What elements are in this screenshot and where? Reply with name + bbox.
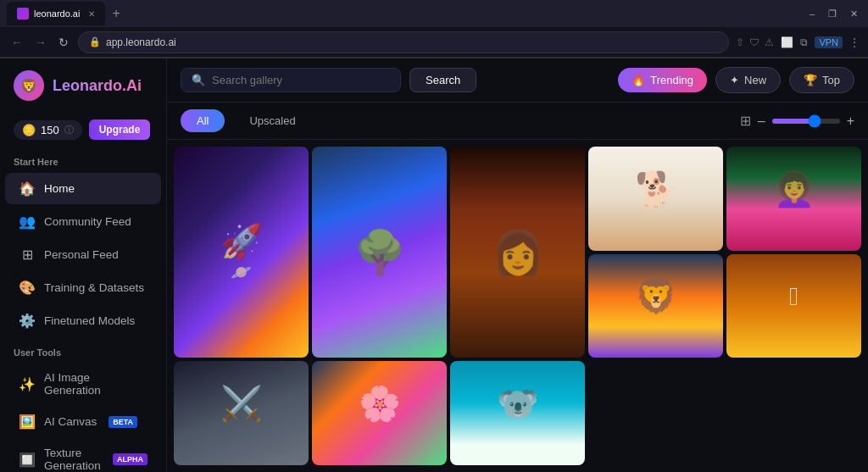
- card-expand-btn-5[interactable]: ⤢: [733, 153, 755, 175]
- sidebar-item-home[interactable]: 🏠 Home: [5, 173, 161, 204]
- sidebar-item-personal-feed[interactable]: ⊞ Personal Feed: [5, 239, 161, 270]
- card-expand-btn-7[interactable]: ⤢: [733, 261, 755, 283]
- back-btn[interactable]: ←: [8, 36, 25, 49]
- lock-icon: 🔒: [89, 36, 101, 47]
- filter-all-tab[interactable]: All: [181, 109, 225, 132]
- sidebar-logo: 🦁 Leonardo.Ai: [0, 58, 166, 113]
- image-card-1[interactable]: 🚀 🪐 ⤢ ✦ ⊞: [174, 147, 309, 358]
- logo-avatar: 🦁: [14, 70, 44, 101]
- image-card-2[interactable]: 🌳 ⤢ ✦ ⊞: [312, 147, 447, 358]
- sidebar-item-ai-canvas[interactable]: 🖼️ AI Canvas BETA: [5, 406, 161, 437]
- sidebar: 🦁 Leonardo.Ai 🪙 150 ⓘ Upgrade Start Here…: [0, 58, 167, 472]
- sidebar-item-texture-generation[interactable]: 🔲 Texture Generation ALPHA: [5, 439, 161, 472]
- filter-upscaled-tab[interactable]: Upscaled: [233, 109, 311, 132]
- image-card-4[interactable]: 🐕 ⤢ ✦: [588, 147, 723, 251]
- credits-coin-icon: 🪙: [22, 124, 36, 136]
- card-magic-btn-8[interactable]: ✦: [208, 368, 230, 390]
- reload-btn[interactable]: ↻: [56, 36, 71, 49]
- logo-text: Leonardo.Ai: [53, 77, 142, 95]
- ai-canvas-icon: 🖼️: [19, 414, 36, 430]
- sidebar-item-finetuned-models[interactable]: ⚙️ Finetuned Models: [5, 305, 161, 336]
- menu-icon[interactable]: ⋮: [849, 36, 860, 48]
- image-card-9[interactable]: 🌸 ⤢ ✦: [312, 361, 447, 465]
- tab-close-btn[interactable]: ✕: [88, 9, 95, 19]
- shield-icon[interactable]: 🛡: [749, 36, 760, 48]
- card-magic-btn-10[interactable]: ✦: [484, 368, 506, 390]
- filter-bar: All Upscaled ⊞ – +: [167, 103, 868, 140]
- upgrade-button[interactable]: Upgrade: [89, 119, 151, 140]
- card-magic-btn-2[interactable]: ✦: [346, 153, 368, 175]
- active-tab[interactable]: leonardo.ai ✕: [7, 2, 105, 25]
- card-magic-btn-7[interactable]: ✦: [760, 261, 782, 283]
- grid-size-slider[interactable]: [772, 119, 840, 124]
- share-icon[interactable]: ⇧: [736, 36, 744, 48]
- extensions-icon[interactable]: ⧉: [800, 36, 808, 48]
- image-grid: 🚀 🪐 ⤢ ✦ ⊞ 🌳 ⤢: [167, 140, 868, 472]
- sidebar-credits: 🪙 150 ⓘ Upgrade: [0, 113, 166, 147]
- card-expand-btn-4[interactable]: ⤢: [595, 153, 617, 175]
- toolbar-icons: ⬜ ⧉ VPN ⋮: [781, 36, 860, 48]
- card-magic-btn-3[interactable]: ✦: [484, 153, 506, 175]
- search-input[interactable]: [212, 74, 390, 86]
- card-expand-btn-8[interactable]: ⤢: [181, 368, 203, 390]
- card-magic-btn-1[interactable]: ✦: [208, 153, 230, 175]
- minimize-btn[interactable]: –: [806, 8, 818, 19]
- new-icon: ✦: [730, 74, 739, 86]
- forward-btn[interactable]: →: [32, 36, 49, 49]
- card-expand-btn-3[interactable]: ⤢: [457, 153, 479, 175]
- tab-title: leonardo.ai: [34, 8, 80, 19]
- grid-view-icon[interactable]: ⊞: [740, 113, 751, 129]
- close-btn[interactable]: ✕: [847, 8, 861, 19]
- card-magic-btn-6[interactable]: ✦: [622, 261, 644, 283]
- card-expand-btn-1[interactable]: ⤢: [181, 153, 203, 175]
- card-magic-btn-9[interactable]: ✦: [346, 368, 368, 390]
- trending-button[interactable]: 🔥 Trending: [618, 68, 707, 92]
- trending-fire-icon: 🔥: [632, 74, 645, 86]
- window-controls: – ❐ ✕: [806, 8, 861, 19]
- top-label: Top: [822, 74, 840, 86]
- image-card-10[interactable]: 🐨 ⤢ ✦: [450, 361, 585, 465]
- search-button[interactable]: Search: [409, 68, 476, 92]
- sidebar-item-community-feed[interactable]: 👥 Community Feed: [5, 206, 161, 237]
- image-card-6[interactable]: 🦁 ⤢ ✦: [588, 254, 723, 358]
- ai-image-icon: ✨: [19, 376, 36, 392]
- sidebar-item-ai-image[interactable]: ✨ AI Image Generation: [5, 364, 161, 404]
- sidebar-item-training-datasets[interactable]: 🎨 Training & Datasets: [5, 272, 161, 303]
- warning-icon[interactable]: ⚠: [765, 36, 774, 48]
- url-bar[interactable]: 🔒 app.leonardo.ai: [78, 31, 729, 53]
- texture-icon: 🔲: [19, 452, 36, 468]
- top-button[interactable]: 🏆 Top: [789, 67, 854, 93]
- start-here-section-title: Start Here: [0, 147, 166, 172]
- new-tab-btn[interactable]: +: [108, 6, 123, 21]
- card-fullscreen-btn-3[interactable]: ⊞: [511, 153, 533, 175]
- finetuned-icon: ⚙️: [19, 313, 36, 329]
- card-fullscreen-btn-2[interactable]: ⊞: [373, 153, 395, 175]
- image-card-3[interactable]: 👩 ⤢ ✦ ⊞: [450, 147, 585, 358]
- image-card-7[interactable]: 𓂀 ⤢ ✦: [726, 254, 861, 358]
- grid-controls: ⊞ – +: [740, 113, 854, 129]
- card-expand-btn-6[interactable]: ⤢: [595, 261, 617, 283]
- image-card-8[interactable]: ⚔️ ⤢ ✦: [174, 361, 309, 465]
- tab-bar: leonardo.ai ✕ + – ❐ ✕: [0, 0, 868, 27]
- card-expand-btn-9[interactable]: ⤢: [319, 368, 341, 390]
- card-fullscreen-btn-1[interactable]: ⊞: [235, 153, 257, 175]
- training-icon: 🎨: [19, 280, 36, 296]
- address-bar: ← → ↻ 🔒 app.leonardo.ai ⇧ 🛡 ⚠ ⬜ ⧉ VPN ⋮: [0, 27, 868, 58]
- tab-favicon: [17, 8, 29, 19]
- grid-increase-btn[interactable]: +: [847, 114, 854, 129]
- maximize-btn[interactable]: ❐: [825, 8, 840, 19]
- card-magic-btn-4[interactable]: ✦: [622, 153, 644, 175]
- card-expand-btn-10[interactable]: ⤢: [457, 368, 479, 390]
- new-button[interactable]: ✦ New: [715, 67, 781, 93]
- card-expand-btn-2[interactable]: ⤢: [319, 153, 341, 175]
- info-icon[interactable]: ⓘ: [64, 124, 74, 136]
- card-magic-btn-5[interactable]: ✦: [760, 153, 782, 175]
- image-card-5[interactable]: 👩‍🦱 ⤢ ✦: [726, 147, 861, 251]
- community-icon: 👥: [19, 214, 36, 230]
- grid-decrease-btn[interactable]: –: [758, 114, 765, 129]
- tab-manager-icon[interactable]: ⬜: [781, 36, 793, 48]
- alpha-badge: ALPHA: [113, 453, 147, 465]
- url-bar-actions: ⇧ 🛡 ⚠: [736, 36, 774, 48]
- vpn-badge[interactable]: VPN: [815, 36, 843, 48]
- url-text: app.leonardo.ai: [106, 36, 176, 48]
